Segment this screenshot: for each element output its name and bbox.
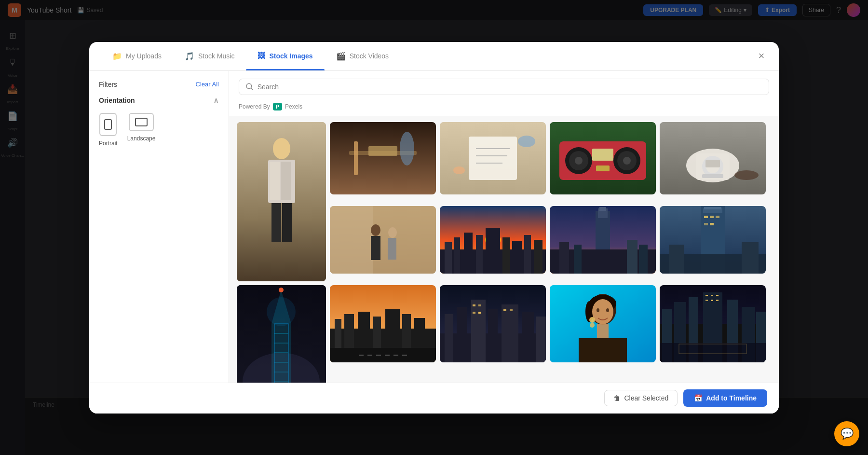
image-card-8[interactable] [550,206,656,274]
svg-rect-42 [330,206,373,274]
uploads-icon: 📁 [112,52,122,61]
svg-rect-43 [373,206,436,274]
svg-rect-8 [281,162,291,200]
filters-title: Filters [99,81,117,88]
svg-line-3 [251,88,253,90]
svg-rect-114 [536,317,546,362]
svg-rect-56 [502,237,510,274]
svg-rect-32 [596,165,610,171]
svg-rect-112 [502,304,518,362]
svg-rect-45 [371,236,380,260]
svg-rect-55 [486,228,500,274]
svg-rect-38 [705,160,720,167]
svg-rect-53 [464,233,473,274]
tab-stock-images[interactable]: 🖼 Stock Images [246,42,324,71]
svg-rect-80 [742,242,759,274]
svg-rect-77 [710,223,714,225]
svg-point-127 [606,308,609,312]
svg-rect-52 [454,237,460,274]
modal-close-button[interactable]: × [754,48,769,64]
svg-rect-147 [711,300,713,301]
svg-rect-104 [330,348,436,362]
image-card-11[interactable] [330,285,436,362]
powered-by: Powered By P Pexels [229,99,779,116]
image-card-14[interactable] [660,285,766,362]
svg-rect-58 [524,235,531,274]
clear-selected-button[interactable]: 🗑 Clear Selected [604,390,678,406]
svg-point-22 [518,136,535,147]
svg-rect-10 [282,203,292,242]
svg-point-14 [400,132,414,165]
svg-point-2 [246,83,252,89]
image-card-2[interactable] [330,122,436,194]
svg-point-27 [575,157,583,165]
image-card-9[interactable] [660,206,766,274]
images-icon: 🖼 [258,52,265,60]
svg-rect-67 [627,240,637,274]
filters-header: Filters Clear All [99,81,219,88]
image-card-3[interactable] [440,122,546,194]
image-card-10[interactable] [237,285,326,383]
modal-tabs: 📁 My Uploads 🎵 Stock Music 🖼 Stock Image… [89,42,779,71]
svg-rect-143 [705,295,708,296]
music-icon: 🎵 [185,52,194,61]
image-card-5[interactable] [660,122,766,194]
orientation-collapse-icon[interactable]: ∧ [213,96,219,105]
search-input-wrap [239,79,769,95]
svg-point-94 [279,288,284,292]
clear-all-button[interactable]: Clear All [196,81,219,88]
image-card-6[interactable] [330,206,436,274]
svg-point-30 [623,157,631,165]
svg-rect-7 [270,162,280,200]
modal-footer: 🗑 Clear Selected 📅 Add to Timeline [89,383,779,414]
svg-rect-141 [660,343,766,362]
stock-images-modal: 📁 My Uploads 🎵 Stock Music 🖼 Stock Image… [89,42,779,414]
svg-rect-47 [388,238,396,260]
svg-rect-0 [105,120,111,129]
svg-rect-65 [559,242,569,274]
svg-rect-108 [445,314,453,362]
videos-icon: 🎬 [336,52,346,61]
image-card-12[interactable] [440,285,546,362]
svg-point-44 [371,224,380,236]
svg-point-40 [734,170,759,180]
trash-icon: 🗑 [613,394,620,402]
timeline-icon: 📅 [694,394,702,402]
svg-rect-66 [574,245,582,274]
svg-rect-79 [669,245,684,274]
tab-stock-music[interactable]: 🎵 Stock Music [173,42,246,71]
tab-stock-videos[interactable]: 🎬 Stock Videos [325,42,400,71]
svg-rect-1 [136,118,147,126]
modal-body: Filters Clear All Orientation ∧ Portrait [89,71,779,383]
add-to-timeline-button[interactable]: 📅 Add to Timeline [683,389,767,407]
svg-point-5 [273,138,290,159]
svg-point-93 [267,297,296,326]
svg-rect-110 [471,300,486,362]
svg-rect-59 [534,240,542,274]
portrait-option[interactable]: Portrait [99,113,118,147]
search-input[interactable] [258,83,762,91]
svg-point-21 [453,166,465,174]
chat-bubble-button[interactable]: 💬 [834,421,859,446]
filters-panel: Filters Clear All Orientation ∧ Portrait [89,71,229,383]
svg-point-46 [388,227,397,238]
svg-rect-146 [705,300,708,301]
landscape-option[interactable]: Landscape [127,113,156,147]
search-icon [246,83,254,91]
svg-rect-72 [704,207,721,209]
image-card-7[interactable] [440,206,546,274]
svg-rect-111 [488,309,498,362]
svg-rect-131 [579,338,627,362]
svg-point-126 [597,308,599,312]
image-card-1[interactable] [237,122,326,281]
image-card-4[interactable] [550,122,656,194]
image-card-13[interactable] [550,285,656,362]
images-panel: Powered By P Pexels [229,71,779,383]
chat-icon: 💬 [841,427,854,440]
image-grid [229,116,779,383]
orientation-options: Portrait Landscape [99,113,219,147]
svg-rect-17 [469,137,517,180]
tab-my-uploads[interactable]: 📁 My Uploads [101,42,173,71]
svg-point-125 [592,299,613,324]
svg-rect-118 [478,312,481,314]
